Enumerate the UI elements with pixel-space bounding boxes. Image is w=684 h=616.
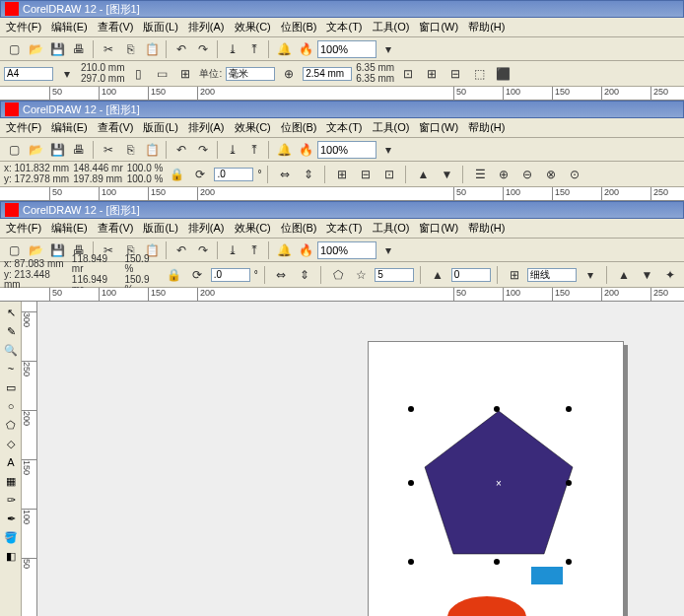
paper-select[interactable] xyxy=(4,67,53,81)
lock-icon[interactable]: 🔒 xyxy=(167,165,186,184)
group-icon[interactable]: ⊞ xyxy=(332,165,352,184)
sel-handle-bc[interactable] xyxy=(494,559,500,565)
menu-tools[interactable]: 工具(O) xyxy=(369,19,414,35)
sides-input[interactable] xyxy=(375,268,414,282)
menu-window[interactable]: 窗口(W) xyxy=(415,220,462,237)
menu-file[interactable]: 文件(F) xyxy=(2,220,45,237)
menu-bitmap[interactable]: 位图(B) xyxy=(277,19,321,35)
units-select[interactable] xyxy=(226,67,275,81)
wrap-icon[interactable]: ⊞ xyxy=(505,265,524,285)
menu-help[interactable]: 帮助(H) xyxy=(464,119,509,136)
pentagon-shape[interactable]: × xyxy=(420,406,578,559)
pick-tool-icon[interactable]: ↖ xyxy=(2,304,20,321)
paste-icon[interactable]: 📋 xyxy=(142,39,162,59)
interactive-fill-tool-icon[interactable]: ◧ xyxy=(2,547,20,565)
mirror-h-icon[interactable]: ⇔ xyxy=(272,265,292,285)
sel-handle-br[interactable] xyxy=(566,559,572,565)
undo-icon[interactable]: ↶ xyxy=(171,140,191,160)
print-icon[interactable]: 🖶 xyxy=(69,140,89,160)
guides-icon[interactable]: ⊟ xyxy=(445,64,465,84)
menu-effects[interactable]: 效果(C) xyxy=(231,19,275,35)
cut-icon[interactable]: ✂ xyxy=(99,39,118,59)
shape-tool-icon[interactable]: ✎ xyxy=(2,322,20,340)
menu-effects[interactable]: 效果(C) xyxy=(231,119,275,136)
corel-icon[interactable]: 🔥 xyxy=(296,240,315,260)
treat-icon[interactable]: ⬛ xyxy=(493,64,513,84)
redo-icon[interactable]: ↷ xyxy=(193,39,213,59)
zoom-input-1[interactable] xyxy=(317,40,376,58)
menu-edit[interactable]: 编辑(E) xyxy=(47,119,92,136)
open-icon[interactable]: 📂 xyxy=(26,140,45,160)
sel-handle-tr[interactable] xyxy=(566,406,572,412)
open-icon[interactable]: 📂 xyxy=(26,240,45,260)
menu-edit[interactable]: 编辑(E) xyxy=(47,19,92,35)
menu-file[interactable]: 文件(F) xyxy=(2,19,45,35)
save-icon[interactable]: 💾 xyxy=(47,39,67,59)
export-icon[interactable]: ⤒ xyxy=(244,140,264,160)
launch-icon[interactable]: 🔔 xyxy=(274,240,294,260)
menu-text[interactable]: 文本(T) xyxy=(322,220,366,237)
menu-effects[interactable]: 效果(C) xyxy=(231,220,275,237)
menu-layout[interactable]: 版面(L) xyxy=(139,119,181,136)
dynamic-icon[interactable]: ⬚ xyxy=(469,64,489,84)
undo-icon[interactable]: ↶ xyxy=(171,39,191,59)
nudge-input[interactable] xyxy=(303,67,352,81)
zoom-input-3[interactable] xyxy=(317,241,376,259)
menu-edit[interactable]: 编辑(E) xyxy=(47,220,92,237)
new-icon[interactable]: ▢ xyxy=(4,140,24,160)
menu-window[interactable]: 窗口(W) xyxy=(415,19,462,35)
rectangle-shape[interactable] xyxy=(531,567,563,584)
copy-icon[interactable]: ⎘ xyxy=(120,140,140,160)
dropdown-icon[interactable]: ▾ xyxy=(57,64,77,84)
menu-window[interactable]: 窗口(W) xyxy=(415,119,462,136)
import-icon[interactable]: ⤓ xyxy=(223,140,242,160)
open-icon[interactable]: 📂 xyxy=(26,39,45,59)
menu-help[interactable]: 帮助(H) xyxy=(464,19,509,35)
tofront-icon[interactable]: ▲ xyxy=(614,265,634,285)
zoom-tool-icon[interactable]: 🔍 xyxy=(2,341,20,359)
redo-icon[interactable]: ↷ xyxy=(193,140,213,160)
menu-arrange[interactable]: 排列(A) xyxy=(184,19,229,35)
combine-icon[interactable]: ⊕ xyxy=(494,165,513,184)
lock-icon[interactable]: 🔒 xyxy=(164,265,183,285)
blend-tool-icon[interactable]: ▦ xyxy=(2,472,20,490)
new-icon[interactable]: ▢ xyxy=(4,39,24,59)
save-icon[interactable]: 💾 xyxy=(47,140,67,160)
ellipse-shape[interactable] xyxy=(447,596,526,616)
sel-handle-mr[interactable] xyxy=(566,480,572,486)
outline-select[interactable] xyxy=(527,268,577,282)
text-tool-icon[interactable]: A xyxy=(2,453,20,471)
sel-handle-tc[interactable] xyxy=(494,406,500,412)
undo-icon[interactable]: ↶ xyxy=(171,240,191,260)
rectangle-tool-icon[interactable]: ▭ xyxy=(2,378,20,396)
polygon-tool-icon[interactable]: ⬠ xyxy=(2,416,20,434)
intersect-icon[interactable]: ⊙ xyxy=(565,165,584,184)
sel-handle-ml[interactable] xyxy=(408,480,414,486)
launch-icon[interactable]: 🔔 xyxy=(274,140,294,160)
menu-view[interactable]: 查看(V) xyxy=(94,19,138,35)
save-icon[interactable]: 💾 xyxy=(47,240,67,260)
outline-dropdown-icon[interactable]: ▾ xyxy=(581,265,600,285)
convert-icon[interactable]: ✦ xyxy=(660,265,680,285)
corel-icon[interactable]: 🔥 xyxy=(296,39,315,59)
weld-icon[interactable]: ⊖ xyxy=(517,165,537,184)
new-icon[interactable]: ▢ xyxy=(4,240,24,260)
export-icon[interactable]: ⤒ xyxy=(244,39,264,59)
page-toggle-icon[interactable]: ⊞ xyxy=(175,64,195,84)
snap-icon[interactable]: ⊡ xyxy=(398,64,418,84)
landscape-icon[interactable]: ▭ xyxy=(152,64,171,84)
import-icon[interactable]: ⤓ xyxy=(223,39,242,59)
grid-icon[interactable]: ⊞ xyxy=(422,64,442,84)
portrait-icon[interactable]: ▯ xyxy=(128,64,148,84)
ellipse-tool-icon[interactable]: ○ xyxy=(2,397,20,415)
menu-arrange[interactable]: 排列(A) xyxy=(184,119,229,136)
align-icon[interactable]: ☰ xyxy=(470,165,490,184)
menu-text[interactable]: 文本(T) xyxy=(322,119,366,136)
sel-handle-tl[interactable] xyxy=(408,406,414,412)
menu-layout[interactable]: 版面(L) xyxy=(139,19,181,35)
sel-handle-bl[interactable] xyxy=(408,559,414,565)
menu-text[interactable]: 文本(T) xyxy=(322,19,366,35)
zoom-dropdown-icon[interactable]: ▾ xyxy=(378,39,398,59)
sharpness-input[interactable] xyxy=(451,268,491,282)
menu-view[interactable]: 查看(V) xyxy=(94,220,138,237)
